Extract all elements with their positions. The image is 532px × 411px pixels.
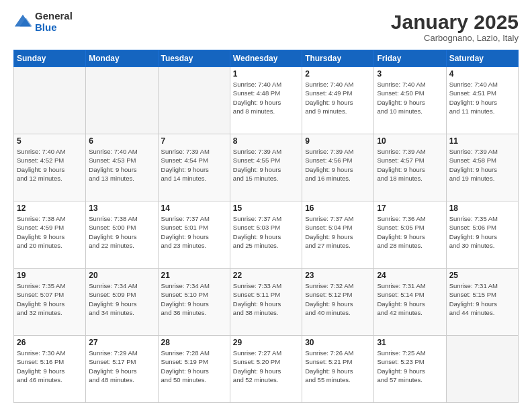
day-number: 9 xyxy=(305,136,371,146)
day-info: Sunrise: 7:39 AM Sunset: 4:55 PM Dayligh… xyxy=(233,147,299,183)
page: General Blue January 2025 Carbognano, La… xyxy=(0,0,532,411)
calendar-cell: 19Sunrise: 7:35 AM Sunset: 5:07 PM Dayli… xyxy=(14,269,86,336)
day-info: Sunrise: 7:25 AM Sunset: 5:23 PM Dayligh… xyxy=(377,349,443,384)
calendar-cell: 4Sunrise: 7:40 AM Sunset: 4:51 PM Daylig… xyxy=(446,67,518,134)
weekday-header-monday: Monday xyxy=(86,50,158,67)
day-number: 23 xyxy=(305,271,371,280)
day-info: Sunrise: 7:26 AM Sunset: 5:21 PM Dayligh… xyxy=(305,349,371,384)
month-title: January 2025 xyxy=(391,11,519,33)
calendar-cell: 14Sunrise: 7:37 AM Sunset: 5:01 PM Dayli… xyxy=(158,201,230,269)
calendar-cell: 8Sunrise: 7:39 AM Sunset: 4:55 PM Daylig… xyxy=(230,134,302,201)
day-info: Sunrise: 7:29 AM Sunset: 5:17 PM Dayligh… xyxy=(89,349,154,384)
calendar-cell: 9Sunrise: 7:39 AM Sunset: 4:56 PM Daylig… xyxy=(302,134,374,201)
day-number: 10 xyxy=(377,136,443,146)
day-info: Sunrise: 7:40 AM Sunset: 4:52 PM Dayligh… xyxy=(17,147,83,183)
day-info: Sunrise: 7:31 AM Sunset: 5:15 PM Dayligh… xyxy=(449,281,515,317)
day-number: 14 xyxy=(161,203,227,213)
day-info: Sunrise: 7:36 AM Sunset: 5:05 PM Dayligh… xyxy=(377,214,443,250)
day-number: 21 xyxy=(161,271,227,280)
day-info: Sunrise: 7:34 AM Sunset: 5:10 PM Dayligh… xyxy=(161,281,227,317)
day-info: Sunrise: 7:35 AM Sunset: 5:07 PM Dayligh… xyxy=(17,281,83,317)
calendar-cell: 3Sunrise: 7:40 AM Sunset: 4:50 PM Daylig… xyxy=(374,67,446,134)
calendar-cell: 7Sunrise: 7:39 AM Sunset: 4:54 PM Daylig… xyxy=(158,134,230,201)
day-info: Sunrise: 7:27 AM Sunset: 5:20 PM Dayligh… xyxy=(233,349,299,384)
calendar-cell xyxy=(14,67,86,134)
weekday-header-tuesday: Tuesday xyxy=(158,50,230,67)
calendar-cell: 30Sunrise: 7:26 AM Sunset: 5:21 PM Dayli… xyxy=(302,336,374,403)
day-number: 3 xyxy=(377,69,443,79)
day-number: 4 xyxy=(449,69,515,79)
day-info: Sunrise: 7:38 AM Sunset: 4:59 PM Dayligh… xyxy=(17,214,83,250)
day-info: Sunrise: 7:31 AM Sunset: 5:14 PM Dayligh… xyxy=(377,281,443,317)
calendar-cell xyxy=(446,336,518,403)
day-info: Sunrise: 7:37 AM Sunset: 5:03 PM Dayligh… xyxy=(233,214,299,250)
logo-text: General Blue xyxy=(35,11,73,33)
logo: General Blue xyxy=(13,11,73,33)
day-number: 12 xyxy=(17,203,83,213)
calendar-cell: 15Sunrise: 7:37 AM Sunset: 5:03 PM Dayli… xyxy=(230,201,302,269)
weekday-header-friday: Friday xyxy=(374,50,446,67)
day-info: Sunrise: 7:40 AM Sunset: 4:48 PM Dayligh… xyxy=(233,80,299,116)
day-number: 30 xyxy=(305,338,371,347)
weekday-header-saturday: Saturday xyxy=(446,50,518,67)
day-number: 6 xyxy=(89,136,154,146)
calendar-cell xyxy=(158,67,230,134)
day-info: Sunrise: 7:39 AM Sunset: 4:56 PM Dayligh… xyxy=(305,147,371,183)
day-number: 25 xyxy=(449,271,515,280)
day-number: 1 xyxy=(233,69,299,79)
day-info: Sunrise: 7:40 AM Sunset: 4:53 PM Dayligh… xyxy=(89,147,154,183)
calendar-cell: 27Sunrise: 7:29 AM Sunset: 5:17 PM Dayli… xyxy=(86,336,158,403)
logo-general: General xyxy=(35,11,73,22)
day-info: Sunrise: 7:33 AM Sunset: 5:11 PM Dayligh… xyxy=(233,281,299,317)
weekday-header-thursday: Thursday xyxy=(302,50,374,67)
day-number: 18 xyxy=(449,203,515,213)
day-number: 26 xyxy=(17,338,83,347)
calendar-table: SundayMondayTuesdayWednesdayThursdayFrid… xyxy=(13,50,519,403)
day-number: 20 xyxy=(89,271,154,280)
calendar-cell: 23Sunrise: 7:32 AM Sunset: 5:12 PM Dayli… xyxy=(302,269,374,336)
header: General Blue January 2025 Carbognano, La… xyxy=(13,11,519,43)
calendar-cell: 10Sunrise: 7:39 AM Sunset: 4:57 PM Dayli… xyxy=(374,134,446,201)
day-info: Sunrise: 7:39 AM Sunset: 4:57 PM Dayligh… xyxy=(377,147,443,183)
calendar-cell: 1Sunrise: 7:40 AM Sunset: 4:48 PM Daylig… xyxy=(230,67,302,134)
day-number: 24 xyxy=(377,271,443,280)
calendar-cell: 2Sunrise: 7:40 AM Sunset: 4:49 PM Daylig… xyxy=(302,67,374,134)
day-info: Sunrise: 7:37 AM Sunset: 5:01 PM Dayligh… xyxy=(161,214,227,250)
calendar-cell xyxy=(86,67,158,134)
calendar-cell: 26Sunrise: 7:30 AM Sunset: 5:16 PM Dayli… xyxy=(14,336,86,403)
weekday-header-sunday: Sunday xyxy=(14,50,86,67)
day-info: Sunrise: 7:39 AM Sunset: 4:58 PM Dayligh… xyxy=(449,147,515,183)
calendar-cell: 17Sunrise: 7:36 AM Sunset: 5:05 PM Dayli… xyxy=(374,201,446,269)
calendar-cell: 6Sunrise: 7:40 AM Sunset: 4:53 PM Daylig… xyxy=(86,134,158,201)
calendar-cell: 13Sunrise: 7:38 AM Sunset: 5:00 PM Dayli… xyxy=(86,201,158,269)
day-number: 16 xyxy=(305,203,371,213)
logo-icon xyxy=(13,13,32,32)
day-info: Sunrise: 7:34 AM Sunset: 5:09 PM Dayligh… xyxy=(89,281,154,317)
day-info: Sunrise: 7:39 AM Sunset: 4:54 PM Dayligh… xyxy=(161,147,227,183)
calendar-cell: 18Sunrise: 7:35 AM Sunset: 5:06 PM Dayli… xyxy=(446,201,518,269)
day-info: Sunrise: 7:40 AM Sunset: 4:49 PM Dayligh… xyxy=(305,80,371,116)
calendar-cell: 22Sunrise: 7:33 AM Sunset: 5:11 PM Dayli… xyxy=(230,269,302,336)
day-info: Sunrise: 7:37 AM Sunset: 5:04 PM Dayligh… xyxy=(305,214,371,250)
day-number: 11 xyxy=(449,136,515,146)
day-number: 8 xyxy=(233,136,299,146)
calendar-cell: 11Sunrise: 7:39 AM Sunset: 4:58 PM Dayli… xyxy=(446,134,518,201)
calendar-cell: 16Sunrise: 7:37 AM Sunset: 5:04 PM Dayli… xyxy=(302,201,374,269)
day-number: 17 xyxy=(377,203,443,213)
day-info: Sunrise: 7:30 AM Sunset: 5:16 PM Dayligh… xyxy=(17,349,83,384)
calendar-cell: 5Sunrise: 7:40 AM Sunset: 4:52 PM Daylig… xyxy=(14,134,86,201)
day-number: 2 xyxy=(305,69,371,79)
day-info: Sunrise: 7:38 AM Sunset: 5:00 PM Dayligh… xyxy=(89,214,154,250)
calendar-cell: 21Sunrise: 7:34 AM Sunset: 5:10 PM Dayli… xyxy=(158,269,230,336)
day-number: 27 xyxy=(89,338,154,347)
day-number: 31 xyxy=(377,338,443,347)
day-number: 22 xyxy=(233,271,299,280)
day-info: Sunrise: 7:40 AM Sunset: 4:50 PM Dayligh… xyxy=(377,80,443,116)
calendar-cell: 25Sunrise: 7:31 AM Sunset: 5:15 PM Dayli… xyxy=(446,269,518,336)
title-block: January 2025 Carbognano, Lazio, Italy xyxy=(391,11,519,43)
calendar-cell: 29Sunrise: 7:27 AM Sunset: 5:20 PM Dayli… xyxy=(230,336,302,403)
day-number: 15 xyxy=(233,203,299,213)
calendar-cell: 12Sunrise: 7:38 AM Sunset: 4:59 PM Dayli… xyxy=(14,201,86,269)
calendar-cell: 31Sunrise: 7:25 AM Sunset: 5:23 PM Dayli… xyxy=(374,336,446,403)
day-info: Sunrise: 7:28 AM Sunset: 5:19 PM Dayligh… xyxy=(161,349,227,384)
